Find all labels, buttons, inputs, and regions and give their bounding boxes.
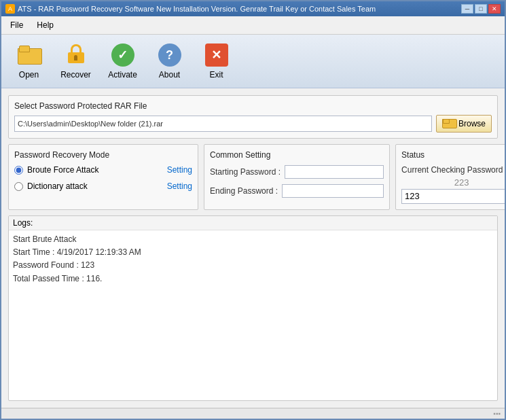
about-button[interactable]: ? About [147, 37, 192, 85]
found-password-box: 123 [401, 189, 505, 204]
common-section: Common Setting Starting Password : Endin… [204, 144, 390, 210]
status-section: Status Current Checking Password : 223 1… [395, 144, 505, 210]
brute-force-radio[interactable] [14, 166, 23, 175]
toolbar: Open Recover ✓ Activate ? About [1, 35, 505, 88]
recover-icon [64, 43, 88, 67]
checking-label: Current Checking Password : [401, 165, 505, 175]
file-row: Browse [14, 115, 492, 133]
file-section-label: Select Password Protected RAR File [14, 101, 492, 111]
dictionary-row: Dictionary attack Setting [14, 181, 192, 191]
activate-icon: ✓ [111, 43, 135, 67]
exit-icon: ✕ [204, 43, 229, 67]
restore-button[interactable]: □ [475, 4, 487, 14]
starting-password-label: Starting Password : [210, 167, 281, 177]
mode-title: Password Recovery Mode [14, 150, 192, 160]
brute-force-label: Broute Force Attack [27, 165, 98, 175]
ending-password-input[interactable] [282, 184, 384, 198]
ending-password-row: Ending Password : [210, 184, 384, 198]
open-icon [17, 43, 41, 67]
close-button[interactable]: ✕ [488, 4, 501, 14]
window-title: ATS - RAR Password Recovery Software New… [18, 5, 376, 13]
activate-button[interactable]: ✓ Activate [101, 37, 145, 85]
browse-button[interactable]: Browse [436, 115, 492, 133]
common-title: Common Setting [210, 150, 384, 160]
current-checking-value: 223 [401, 177, 505, 188]
brute-force-setting-link[interactable]: Setting [167, 165, 192, 175]
file-path-input[interactable] [14, 116, 432, 132]
app-icon: A [5, 4, 15, 14]
title-bar-controls: ─ □ ✕ [461, 4, 501, 14]
main-content: Select Password Protected RAR File Brows… [1, 88, 505, 408]
menu-file[interactable]: File [4, 18, 29, 33]
title-bar: A ATS - RAR Password Recovery Software N… [1, 1, 505, 16]
about-icon: ? [158, 43, 182, 67]
open-button[interactable]: Open [7, 37, 51, 85]
starting-password-input[interactable] [285, 165, 384, 179]
main-window: A ATS - RAR Password Recovery Software N… [0, 0, 506, 420]
title-bar-left: A ATS - RAR Password Recovery Software N… [5, 4, 376, 14]
middle-section: Password Recovery Mode Broute Force Atta… [8, 144, 498, 210]
menu-bar: File Help [1, 16, 505, 35]
browse-folder-icon [442, 119, 456, 128]
menu-help[interactable]: Help [31, 18, 60, 33]
status-title: Status [401, 150, 505, 160]
mode-section: Password Recovery Mode Broute Force Atta… [8, 144, 198, 210]
dictionary-setting-link[interactable]: Setting [167, 181, 192, 191]
minimize-button[interactable]: ─ [461, 4, 473, 14]
logs-section: Logs: Start Brute AttackStart Time : 4/1… [8, 215, 498, 401]
starting-password-row: Starting Password : [210, 165, 384, 179]
resize-grip: ▪▪▪ [493, 410, 501, 417]
brute-force-row: Broute Force Attack Setting [14, 165, 192, 175]
status-bar: ▪▪▪ [1, 408, 505, 419]
dictionary-label: Dictionary attack [27, 181, 88, 191]
logs-header: Logs: [9, 216, 497, 230]
ending-password-label: Ending Password : [210, 186, 278, 196]
file-section: Select Password Protected RAR File Brows… [8, 95, 498, 139]
dictionary-radio[interactable] [14, 182, 23, 191]
recover-button[interactable]: Recover [54, 37, 98, 85]
exit-button[interactable]: ✕ Exit [194, 37, 238, 85]
logs-content[interactable]: Start Brute AttackStart Time : 4/19/2017… [9, 230, 497, 400]
